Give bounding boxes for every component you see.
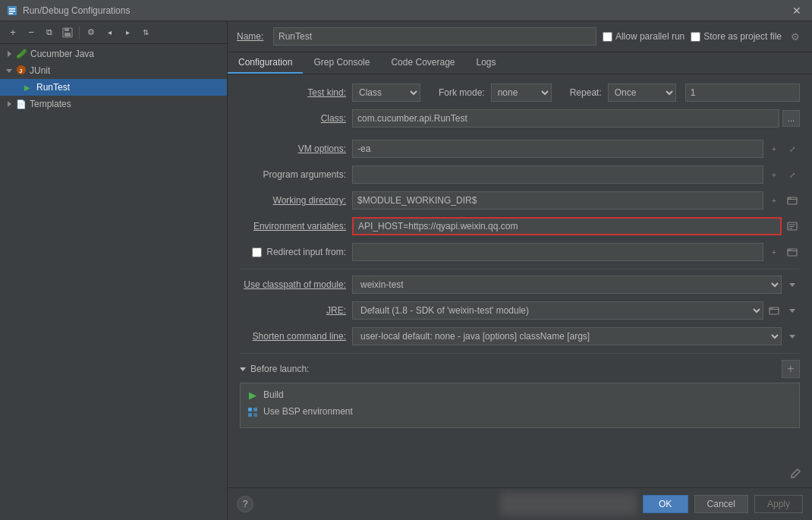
test-kind-select[interactable]: Class Method Pattern: [352, 84, 420, 102]
tree-item-cucumber-label: Cucumber Java: [30, 49, 94, 59]
apply-button[interactable]: Apply: [754, 495, 803, 513]
templates-expand-arrow: [5, 99, 14, 109]
save-button[interactable]: [59, 24, 76, 41]
jre-browse-icon[interactable]: [766, 303, 782, 318]
left-toolbar: + − ⧉ ⚙ ◂ ▸ ⇅: [0, 21, 227, 44]
svg-rect-19: [248, 408, 252, 411]
vm-expand-icon[interactable]: +: [766, 141, 782, 156]
args-fullscreen-icon[interactable]: ⤢: [785, 167, 800, 182]
test-kind-row: Test kind: Class Method Pattern Fork mod…: [240, 84, 800, 102]
expand-arrow: [5, 49, 14, 58]
launch-item-build[interactable]: ▶ Build: [241, 386, 799, 403]
copy-button[interactable]: ⧉: [41, 24, 58, 41]
before-launch-section: Before launch: + ▶ Build: [240, 360, 800, 428]
redirect-input[interactable]: [352, 243, 763, 261]
tree-item-junit-label: JUnit: [30, 65, 50, 76]
redirect-checkbox-row: Redirect input from:: [240, 247, 346, 257]
fork-mode-select[interactable]: none method class: [491, 84, 552, 102]
classpath-select[interactable]: weixin-test: [352, 276, 782, 294]
program-args-input[interactable]: [352, 165, 763, 184]
move-left-button[interactable]: ◂: [101, 24, 118, 41]
tree-item-cucumber-java[interactable]: 🥒 Cucumber Java: [0, 46, 227, 62]
tree-item-runtest[interactable]: ▶ RunTest: [0, 79, 227, 96]
before-launch-arrow: [240, 367, 246, 371]
test-kind-label: Test kind:: [240, 87, 346, 98]
vm-options-label: VM options:: [240, 143, 346, 154]
tab-code-coverage[interactable]: Code Coverage: [380, 52, 465, 74]
tab-grep-console[interactable]: Grep Console: [303, 52, 380, 74]
edit-area: [228, 465, 812, 487]
allow-parallel-label: Allow parallel run: [603, 31, 685, 42]
working-dir-browse-icon[interactable]: [785, 193, 800, 208]
vm-options-input[interactable]: [352, 140, 763, 158]
shorten-cmd-select[interactable]: user-local default: none - java [options…: [352, 327, 782, 345]
class-input[interactable]: [352, 109, 779, 128]
tree-item-junit[interactable]: J JUnit: [0, 62, 227, 79]
config-content: Test kind: Class Method Pattern Fork mod…: [228, 74, 812, 465]
repeat-label: Repeat:: [570, 87, 602, 98]
jre-select[interactable]: Default (1.8 - SDK of 'weixin-test' modu…: [352, 301, 763, 320]
test-kind-control: Class Method Pattern: [352, 84, 420, 102]
env-vars-row: Environment variables:: [240, 217, 800, 235]
classpath-row: Use classpath of module: weixin-test: [240, 276, 800, 294]
launch-item-build-label: Build: [263, 389, 284, 400]
left-panel: + − ⧉ ⚙ ◂ ▸ ⇅ 🥒 Cucumber Java: [0, 21, 228, 520]
store-as-project-checkbox[interactable]: [691, 32, 700, 42]
class-browse-button[interactable]: ...: [782, 110, 800, 127]
tree-item-templates[interactable]: 📄 Templates: [0, 96, 227, 112]
repeat-count-input[interactable]: [685, 84, 800, 102]
svg-rect-20: [253, 408, 257, 411]
name-input[interactable]: [273, 27, 596, 46]
sort-button[interactable]: ⇅: [137, 24, 154, 41]
gear-button[interactable]: ⚙: [788, 29, 803, 44]
before-launch-items: ▶ Build Use BSP environment: [240, 383, 800, 428]
window-icon: [6, 5, 18, 17]
classpath-label: Use classpath of module:: [240, 279, 346, 290]
bsp-icon: [247, 405, 259, 418]
window-title: Run/Debug Configurations: [23, 5, 788, 16]
svg-rect-10: [788, 197, 792, 200]
cancel-button[interactable]: Cancel: [694, 495, 748, 513]
divider2: [240, 353, 800, 354]
help-button[interactable]: ?: [237, 496, 253, 512]
runtest-icon: ▶: [24, 84, 30, 92]
remove-button[interactable]: −: [23, 24, 39, 41]
svg-rect-1: [9, 8, 15, 10]
settings-button[interactable]: ⚙: [83, 24, 99, 41]
svg-rect-3: [9, 13, 13, 14]
move-right-button[interactable]: ▸: [119, 24, 136, 41]
tree-area: 🥒 Cucumber Java J JUnit ▶ RunTest: [0, 44, 227, 520]
working-dir-expand-icon[interactable]: +: [766, 193, 782, 208]
vm-fullscreen-icon[interactable]: ⤢: [785, 141, 800, 156]
svg-rect-6: [65, 33, 71, 36]
templates-icon: 📄: [16, 99, 27, 109]
working-dir-group: +: [352, 191, 800, 210]
repeat-control: Once N Times Until Failure: [608, 84, 676, 102]
close-button[interactable]: ✕: [788, 3, 806, 18]
before-launch-add-btn[interactable]: +: [782, 360, 800, 378]
divider1: [240, 269, 800, 269]
redirect-expand-icon[interactable]: +: [766, 244, 782, 260]
footer-bar: ? OK Cancel Apply: [228, 487, 812, 520]
env-vars-icon[interactable]: [785, 219, 800, 234]
jre-row: JRE: Default (1.8 - SDK of 'weixin-test'…: [240, 301, 800, 320]
env-vars-input[interactable]: [352, 217, 782, 235]
tab-configuration[interactable]: Configuration: [228, 52, 303, 74]
working-dir-input[interactable]: [352, 191, 763, 210]
launch-item-bsp[interactable]: Use BSP environment: [241, 403, 799, 420]
program-args-row: Program arguments: + ⤢: [240, 165, 800, 184]
tab-logs[interactable]: Logs: [466, 52, 507, 74]
store-as-project-label: Store as project file: [691, 31, 782, 42]
args-expand-icon[interactable]: +: [766, 167, 782, 182]
edit-pencil-icon[interactable]: [789, 468, 801, 482]
blurred-content: [500, 493, 637, 515]
main-container: + − ⧉ ⚙ ◂ ▸ ⇅ 🥒 Cucumber Java: [0, 21, 812, 520]
program-args-group: + ⤢: [352, 165, 800, 184]
redirect-browse-icon[interactable]: [785, 244, 800, 260]
add-button[interactable]: +: [5, 24, 21, 41]
allow-parallel-checkbox[interactable]: [603, 32, 612, 42]
ok-button[interactable]: OK: [643, 495, 688, 513]
repeat-select[interactable]: Once N Times Until Failure: [608, 84, 676, 102]
redirect-checkbox[interactable]: [252, 247, 262, 257]
tabs-bar: Configuration Grep Console Code Coverage…: [228, 52, 812, 74]
